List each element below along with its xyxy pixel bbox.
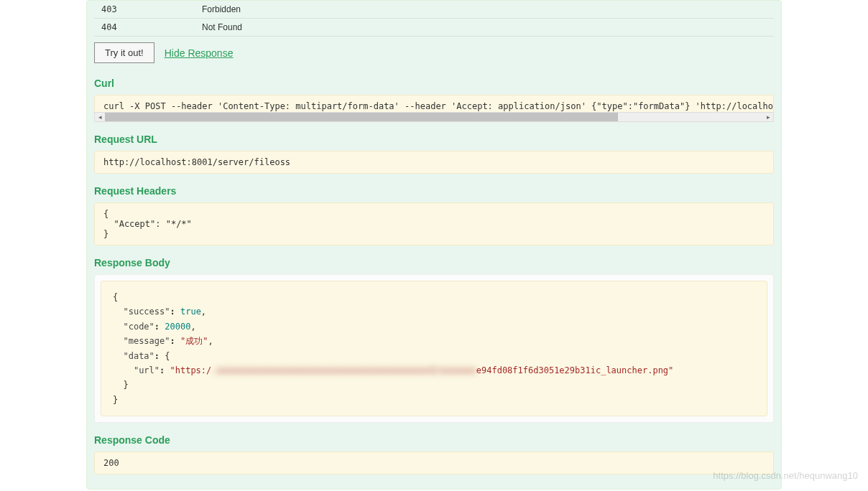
json-key-data: "data" (123, 351, 154, 361)
json-key-success: "success" (123, 307, 170, 317)
json-key-code: "code" (123, 322, 154, 332)
scroll-right-icon[interactable]: ▸ (763, 113, 773, 121)
json-val-url-suffix: e94fd08f1f6d3051e29b31ic_launcher.png" (476, 365, 674, 375)
scroll-left-icon[interactable]: ◂ (95, 113, 105, 121)
status-code: 404 (101, 22, 202, 32)
status-row-404: 404 Not Found (94, 19, 774, 37)
scroll-track[interactable] (105, 113, 763, 121)
response-body-block: { "success": true, "code": 20000, "messa… (101, 281, 767, 416)
hide-response-link[interactable]: Hide Response (165, 47, 234, 59)
json-val-code: 20000 (165, 322, 190, 332)
json-val-success: true (180, 307, 201, 317)
operation-panel: 403 Forbidden 404 Not Found Try it out! … (86, 0, 782, 490)
curl-block-wrap: curl -X POST --header 'Content-Type: mul… (94, 95, 774, 122)
json-val-url-hidden: .xxxxxxxxxxxxxxxxxxxxxxxxxxxxxxxxxxxxxxx… (211, 365, 476, 375)
response-body-heading: Response Body (94, 257, 774, 268)
status-row-403: 403 Forbidden (94, 1, 774, 19)
response-code-block: 200 (94, 452, 774, 474)
scrollbar[interactable]: ◂ ▸ (94, 112, 774, 122)
response-body-wrap: { "success": true, "code": 20000, "messa… (94, 274, 774, 423)
request-url-heading: Request URL (94, 134, 774, 145)
request-headers-block: { "Accept": "*/*" } (94, 202, 774, 246)
request-headers-heading: Request Headers (94, 185, 774, 197)
status-desc: Forbidden (202, 4, 767, 14)
curl-command-block[interactable]: curl -X POST --header 'Content-Type: mul… (94, 95, 774, 113)
response-code-heading: Response Code (94, 434, 774, 446)
scroll-thumb[interactable] (105, 113, 618, 121)
try-it-out-button[interactable]: Try it out! (94, 42, 154, 63)
json-val-url-prefix: "https:/ (170, 365, 212, 375)
json-key-url: "url" (134, 365, 160, 375)
json-key-message: "message" (123, 336, 170, 346)
status-desc: Not Found (202, 22, 767, 32)
request-url-block: http://localhost:8001/server/fileoss (94, 151, 774, 174)
curl-heading: Curl (94, 78, 774, 89)
status-code: 403 (101, 4, 202, 14)
action-row: Try it out! Hide Response (94, 37, 774, 66)
json-val-message: "成功" (180, 336, 208, 346)
